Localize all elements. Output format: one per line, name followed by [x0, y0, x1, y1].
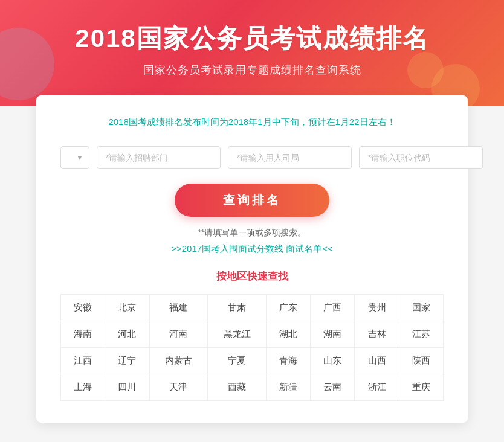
region-cell[interactable]: 广西: [311, 295, 355, 321]
region-cell[interactable]: 河北: [105, 321, 149, 348]
code-input[interactable]: [359, 146, 483, 169]
region-cell[interactable]: 新疆: [266, 374, 310, 401]
region-cell[interactable]: 上海: [61, 374, 105, 401]
region-cell[interactable]: 重庆: [399, 374, 443, 401]
region-cell[interactable]: 西藏: [208, 374, 267, 401]
region-cell[interactable]: 陕西: [399, 348, 443, 374]
region-cell[interactable]: 贵州: [355, 295, 399, 321]
region-cell[interactable]: 甘肃: [208, 295, 267, 321]
search-button[interactable]: 查询排名: [175, 184, 329, 217]
province-select-wrapper: 请选择报考省份 ▼: [60, 146, 89, 169]
province-select[interactable]: 请选择报考省份: [60, 146, 89, 169]
region-cell[interactable]: 黑龙江: [208, 321, 267, 348]
region-cell[interactable]: 天津: [149, 374, 208, 401]
region-cell[interactable]: 云南: [311, 374, 355, 401]
region-cell[interactable]: 浙江: [355, 374, 399, 401]
region-cell[interactable]: 吉林: [355, 321, 399, 348]
region-cell[interactable]: 安徽: [61, 295, 105, 321]
search-row: 请选择报考省份 ▼: [60, 146, 444, 169]
deco-circle-3: [407, 52, 444, 88]
region-cell[interactable]: 青海: [266, 348, 310, 374]
region-cell[interactable]: 辽宁: [105, 348, 149, 374]
region-cell[interactable]: 江西: [61, 348, 105, 374]
dept-input[interactable]: [97, 146, 221, 169]
region-cell[interactable]: 内蒙古: [149, 348, 208, 374]
region-cell[interactable]: 河南: [149, 321, 208, 348]
page-title: 2018国家公务员考试成绩排名: [12, 22, 492, 56]
main-card: 2018国考成绩排名发布时间为2018年1月中下旬，预计在1月22日左右！ 请选…: [36, 95, 468, 423]
region-cell[interactable]: 湖南: [311, 321, 355, 348]
footer-brand: Ai: [0, 435, 504, 442]
region-cell[interactable]: 江苏: [399, 321, 443, 348]
region-cell[interactable]: 福建: [149, 295, 208, 321]
region-cell[interactable]: 四川: [105, 374, 149, 401]
region-cell[interactable]: 山西: [355, 348, 399, 374]
interview-link[interactable]: >>2017国考入围面试分数线 面试名单<<: [60, 243, 444, 255]
region-cell[interactable]: 海南: [61, 321, 105, 348]
header-section: 2018国家公务员考试成绩排名 国家公务员考试录用专题成绩排名查询系统: [0, 0, 504, 106]
bureau-input[interactable]: [228, 146, 352, 169]
region-title: 按地区快速查找: [60, 269, 444, 283]
region-cell[interactable]: 广东: [266, 295, 310, 321]
region-cell[interactable]: 国家: [399, 295, 443, 321]
search-btn-wrapper: 查询排名: [60, 184, 444, 217]
notice-text: 2018国考成绩排名发布时间为2018年1月中下旬，预计在1月22日左右！: [60, 115, 444, 129]
region-cell[interactable]: 湖北: [266, 321, 310, 348]
hint-text: **请填写单一项或多项搜索。: [60, 228, 444, 239]
region-cell[interactable]: 宁夏: [208, 348, 267, 374]
region-cell[interactable]: 山东: [311, 348, 355, 374]
region-cell[interactable]: 北京: [105, 295, 149, 321]
region-table: 安徽北京福建甘肃广东广西贵州国家海南河北河南黑龙江湖北湖南吉林江苏江西辽宁内蒙古…: [60, 294, 444, 401]
